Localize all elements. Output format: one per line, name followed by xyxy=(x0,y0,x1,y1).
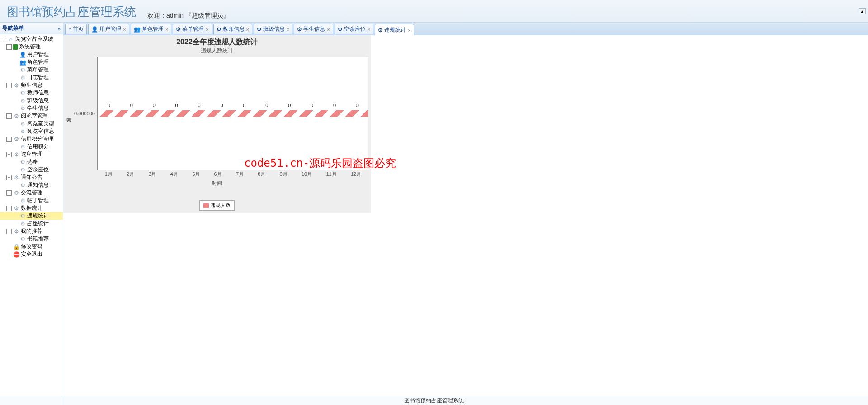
nav-label: 阅览室信息 xyxy=(27,127,54,135)
nav-item-违规统计[interactable]: ⚙违规统计 xyxy=(0,212,63,220)
tab-班级信息[interactable]: ⚙班级信息× xyxy=(254,24,292,34)
chart-plot-area: 人数 0.000000 000000000000 1月2月3月4月5月6月7月8… xyxy=(66,57,368,170)
tab-空余座位[interactable]: ⚙空余座位× xyxy=(335,24,373,34)
legend-item: 违规人数 xyxy=(199,200,235,211)
tree-toggle-icon[interactable]: − xyxy=(6,44,12,50)
tree-toggle-icon[interactable]: − xyxy=(6,83,12,88)
tab-学生信息[interactable]: ⚙学生信息× xyxy=(294,24,333,34)
nav-item-安全退出[interactable]: ⛔安全退出 xyxy=(0,250,63,258)
tab-菜单管理[interactable]: ⚙菜单管理× xyxy=(173,24,212,34)
tab-close-icon[interactable]: × xyxy=(165,27,168,32)
nav-item-书籍推荐[interactable]: ⚙书籍推荐 xyxy=(0,235,63,243)
nav-item-日志管理[interactable]: ⚙日志管理 xyxy=(0,74,63,81)
bar-value: 0 xyxy=(153,103,156,108)
gear-icon: ⚙ xyxy=(19,166,26,174)
x-axis-label: 时间 xyxy=(66,180,368,187)
nav-item-学生信息[interactable]: ⚙学生信息 xyxy=(0,104,63,112)
nav-item-菜单管理[interactable]: ⚙菜单管理 xyxy=(0,66,63,74)
tree-toggle-icon[interactable]: − xyxy=(6,190,12,196)
nav-item-角色管理[interactable]: 👥角色管理 xyxy=(0,58,63,66)
tab-close-icon[interactable]: × xyxy=(287,27,289,32)
app-title: 图书馆预约占座管理系统 xyxy=(0,4,143,22)
nav-label: 空余座位 xyxy=(27,166,49,174)
tab-首页[interactable]: ⌂首页 xyxy=(65,24,87,34)
nav-item-帖子管理[interactable]: ⚙帖子管理 xyxy=(0,197,63,204)
tab-content: 2022全年度违规人数统计 违规人数统计 人数 0.000000 0000000… xyxy=(63,35,868,396)
nav-label: 数据统计 xyxy=(21,204,42,212)
tab-close-icon[interactable]: × xyxy=(246,27,249,32)
x-tick-label: 10月 xyxy=(302,171,312,178)
tab-close-icon[interactable]: × xyxy=(327,27,330,32)
nav-item-阅览室类型[interactable]: ⚙阅览室类型 xyxy=(0,120,63,127)
nav-item-信用积分管理[interactable]: −⚙信用积分管理 xyxy=(0,135,63,143)
tab-教师信息[interactable]: ⚙教师信息× xyxy=(213,24,252,34)
bar-value: 0 xyxy=(175,103,178,108)
y-axis: 0.000000 xyxy=(72,57,97,170)
bar-value: 0 xyxy=(220,103,223,108)
nav-item-用户管理[interactable]: 👤用户管理 xyxy=(0,51,63,58)
chart-container: 2022全年度违规人数统计 违规人数统计 人数 0.000000 0000000… xyxy=(63,35,371,213)
nav-item-选座[interactable]: ⚙选座 xyxy=(0,158,63,166)
gear-icon: ⚙ xyxy=(13,82,20,89)
nav-item-选座管理[interactable]: −⚙选座管理 xyxy=(0,151,63,158)
x-tick-label: 7月 xyxy=(236,171,244,178)
tab-label: 菜单管理 xyxy=(182,25,204,33)
tab-违规统计[interactable]: ⚙违规统计× xyxy=(375,24,414,36)
nav-item-信用积分[interactable]: ⚙信用积分 xyxy=(0,143,63,151)
legend-label: 违规人数 xyxy=(211,202,231,209)
nav-item-通知公告[interactable]: −⚙通知公告 xyxy=(0,174,63,181)
nav-item-通知信息[interactable]: ⚙通知信息 xyxy=(0,181,63,189)
exit-icon: ⛔ xyxy=(13,251,20,258)
tab-close-icon[interactable]: × xyxy=(408,28,410,33)
nav-item-教师信息[interactable]: ⚙教师信息 xyxy=(0,89,63,97)
nav-item-占座统计[interactable]: ⚙占座统计 xyxy=(0,220,63,227)
x-tick-label: 11月 xyxy=(326,171,337,178)
tree-toggle-icon[interactable]: − xyxy=(6,113,12,119)
nav-label: 阅览室类型 xyxy=(27,120,54,127)
y-tick: 0.000000 xyxy=(74,111,95,116)
nav-item-阅览室管理[interactable]: −⚙阅览室管理 xyxy=(0,112,63,120)
tree-toggle-icon[interactable]: − xyxy=(6,137,12,142)
nav-label: 阅览室占座系统 xyxy=(15,35,53,43)
nav-label: 修改密码 xyxy=(21,243,42,250)
gear-icon: ⚙ xyxy=(13,189,20,197)
bar-value: 0 xyxy=(108,103,110,108)
tab-角色管理[interactable]: 👥角色管理× xyxy=(131,24,171,34)
header-collapse-icon[interactable]: ▴ xyxy=(859,8,866,14)
nav-item-交流管理[interactable]: −⚙交流管理 xyxy=(0,189,63,197)
home-icon: ⌂ xyxy=(7,36,14,43)
tree-toggle-icon[interactable]: − xyxy=(6,175,12,180)
home-icon: ⌂ xyxy=(68,26,71,33)
nav-item-班级信息[interactable]: ⚙班级信息 xyxy=(0,97,63,104)
tree-toggle-icon[interactable]: − xyxy=(6,206,12,211)
collapse-sidebar-icon[interactable]: « xyxy=(58,26,61,31)
nav-item-数据统计[interactable]: −⚙数据统计 xyxy=(0,204,63,212)
nav-item-修改密码[interactable]: 🔒修改密码 xyxy=(0,243,63,250)
nav-label: 选座 xyxy=(27,158,38,166)
tab-label: 用户管理 xyxy=(99,25,121,33)
gear-icon: ⚙ xyxy=(297,26,302,33)
nav-item-师生信息[interactable]: −⚙师生信息 xyxy=(0,81,63,89)
nav-item-阅览室信息[interactable]: ⚙阅览室信息 xyxy=(0,127,63,135)
tab-close-icon[interactable]: × xyxy=(206,27,208,32)
gear-icon: ⚙ xyxy=(13,151,20,158)
tab-close-icon[interactable]: × xyxy=(368,27,370,32)
bar-value-labels: 000000000000 xyxy=(98,103,368,108)
nav-item-系统管理[interactable]: −系统管理 xyxy=(0,43,63,51)
bar-value: 0 xyxy=(356,103,359,108)
tree-toggle-icon[interactable]: − xyxy=(6,229,12,234)
tree-toggle-icon[interactable]: − xyxy=(6,152,12,157)
tree-toggle-icon[interactable]: − xyxy=(1,37,6,42)
nav-label: 阅览室管理 xyxy=(21,112,48,120)
x-tick-label: 12月 xyxy=(351,171,361,178)
sidebar-title: 导航菜单 xyxy=(2,24,24,32)
tab-close-icon[interactable]: × xyxy=(123,27,126,32)
tab-label: 空余座位 xyxy=(344,25,366,33)
nav-item-我的推荐[interactable]: −⚙我的推荐 xyxy=(0,227,63,235)
tab-用户管理[interactable]: 👤用户管理× xyxy=(88,24,129,34)
legend-swatch-icon xyxy=(203,203,209,208)
x-tick-label: 2月 xyxy=(127,171,134,178)
nav-item-空余座位[interactable]: ⚙空余座位 xyxy=(0,166,63,174)
x-tick-label: 5月 xyxy=(192,171,200,178)
nav-item-阅览室占座系统[interactable]: −⌂阅览室占座系统 xyxy=(0,35,63,43)
